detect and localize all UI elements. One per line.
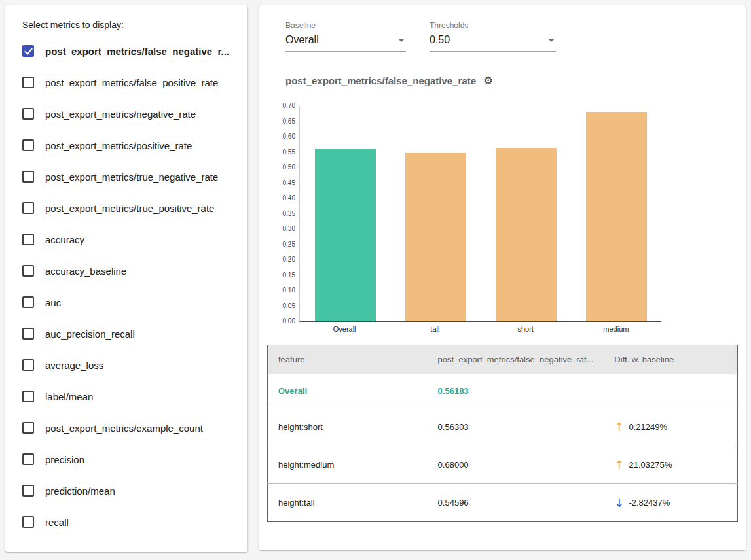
chart-plot-area: 0.000.050.100.150.200.250.300.350.400.45… [299,106,661,322]
metric-checkbox-item[interactable]: precision [22,444,230,475]
y-axis-tick-label: 0.55 [268,149,295,156]
chart-header: post_export_metrics/false_negative_rate … [285,75,738,86]
metric-label: average_loss [45,360,103,371]
metric-checkbox-item[interactable]: post_export_metrics/false_negative_r... [22,35,230,67]
baseline-select[interactable]: Baseline Overall [285,21,406,52]
metric-checkbox-item[interactable]: post_export_metrics/example_count [22,412,230,444]
y-axis-tick-label: 0.65 [268,118,295,125]
baseline-label: Baseline [285,21,406,30]
metric-checkbox-item[interactable]: recall [22,506,230,538]
x-axis-label: medium [585,325,646,333]
metric-checkbox-item[interactable]: post_export_metrics/negative_rate [22,98,230,130]
metric-label: recall [45,517,69,528]
diff-cell: ↑0.21249% [604,408,737,446]
metric-checkbox-item[interactable]: accuracy_baseline [22,255,230,287]
y-axis-tick-label: 0.30 [268,226,295,232]
feature-cell: height:medium [268,446,428,484]
checkbox-icon[interactable] [22,108,34,120]
metrics-table: feature post_export_metrics/false_negati… [267,345,738,522]
checkbox-icon[interactable] [22,359,34,371]
metric-checkbox-item[interactable]: post_export_metrics/true_positive_rate [22,192,230,224]
y-axis-tick-label: 0.60 [268,133,295,140]
chevron-down-icon [548,39,555,42]
diff-arrow-icon: ↑ [614,420,624,434]
checkbox-icon[interactable] [22,296,34,308]
metric-checkbox-item[interactable]: post_export_metrics/false_positive_rate [22,67,230,98]
metric-selector-panel: Select metrics to display: post_export_m… [5,5,247,552]
metric-checkbox-item[interactable]: auc [22,287,230,318]
checkbox-icon[interactable] [22,485,34,497]
table-header-row: feature post_export_metrics/false_negati… [268,345,738,374]
diff-text: -2.82437% [629,498,670,508]
header-feature: feature [268,345,428,374]
table-row[interactable]: height:medium 0.68000 ↑21.03275% [268,446,738,484]
header-diff-baseline: Diff. w. baseline [604,345,737,374]
metric-label: auc_precision_recall [45,328,135,340]
metric-label: label/mean [45,391,93,402]
diff-cell: ↓-2.82437% [604,484,737,522]
header-metric-value: post_export_metrics/false_negative_rat..… [428,345,604,374]
checkbox-icon[interactable] [22,391,34,402]
metric-checkbox-item[interactable]: average_loss [22,349,230,381]
x-axis-label: tall [405,325,466,333]
y-axis-tick-label: 0.45 [268,180,295,186]
metric-checkbox-item[interactable]: accuracy [22,224,230,255]
bar-short[interactable] [496,148,557,321]
thresholds-select[interactable]: Thresholds 0.50 [430,21,556,52]
checkbox-icon[interactable] [22,453,34,465]
checkbox-icon[interactable] [22,328,34,340]
metric-value-cell: 0.68000 [428,446,604,484]
table-row[interactable]: height:tall 0.54596 ↓-2.82437% [268,484,738,522]
checkbox-icon[interactable] [22,234,34,245]
bar-medium[interactable] [586,112,647,321]
y-axis-tick-label: 0.70 [268,103,295,109]
metric-label: post_export_metrics/negative_rate [45,109,196,120]
metric-checkbox-item[interactable]: post_export_metrics/true_negative_rate [22,161,230,192]
x-axis-label: Overall [314,325,375,333]
diff-cell: ↑21.03275% [604,446,737,484]
y-axis-tick-label: 0.15 [268,272,295,279]
metric-label: accuracy [45,234,84,245]
metrics-panel: Baseline Overall Thresholds 0.50 post_ex… [259,5,746,550]
y-axis-tick-label: 0.00 [268,318,295,324]
checkbox-icon[interactable] [22,422,34,434]
feature-cell: Overall [268,374,428,408]
checkbox-icon[interactable] [22,45,34,57]
metrics-table-body: Overall 0.56183 height:short 0.56303 ↑0.… [268,374,738,522]
fairness-metrics-page: Select metrics to display: post_export_m… [0,0,751,557]
metric-label: post_export_metrics/true_positive_rate [45,203,214,214]
checkbox-icon[interactable] [22,77,34,88]
thresholds-value-row[interactable]: 0.50 [430,34,556,52]
table-row[interactable]: height:short 0.56303 ↑0.21249% [268,408,738,446]
x-axis-label: short [495,325,556,333]
bar-Overall[interactable] [315,149,376,321]
metric-value-cell: 0.56303 [428,408,604,446]
metric-checkbox-item[interactable]: prediction/mean [22,475,230,506]
gear-icon[interactable]: ⚙ [483,75,493,86]
metric-checkbox-item[interactable]: post_export_metrics/positive_rate [22,130,230,161]
checkbox-icon[interactable] [22,202,34,214]
chart-bars [300,106,661,321]
thresholds-label: Thresholds [430,21,556,30]
metric-label: post_export_metrics/false_negative_r... [45,46,229,57]
y-axis-tick-label: 0.50 [268,164,295,171]
y-axis-tick-label: 0.35 [268,211,295,217]
metrics-table-head: feature post_export_metrics/false_negati… [268,345,738,374]
metric-checkbox-item[interactable]: label/mean [22,381,230,412]
checkbox-icon[interactable] [22,516,34,528]
bar-tall[interactable] [405,153,466,321]
metric-checkbox-item[interactable]: auc_precision_recall [22,318,230,349]
metric-label: post_export_metrics/true_negative_rate [45,171,218,183]
chart-x-axis-labels: Overalltallshortmedium [299,325,661,333]
metric-label: post_export_metrics/example_count [45,423,203,434]
y-axis-tick-label: 0.40 [268,195,295,201]
checkbox-icon[interactable] [22,139,34,151]
metric-label: precision [45,454,84,465]
y-axis-tick-label: 0.05 [268,303,295,309]
checkbox-icon[interactable] [22,265,34,277]
metric-label: accuracy_baseline [45,266,126,277]
table-row[interactable]: Overall 0.56183 [268,374,738,408]
baseline-value-row[interactable]: Overall [285,34,406,52]
metric-label: post_export_metrics/positive_rate [45,140,192,151]
checkbox-icon[interactable] [22,171,34,183]
